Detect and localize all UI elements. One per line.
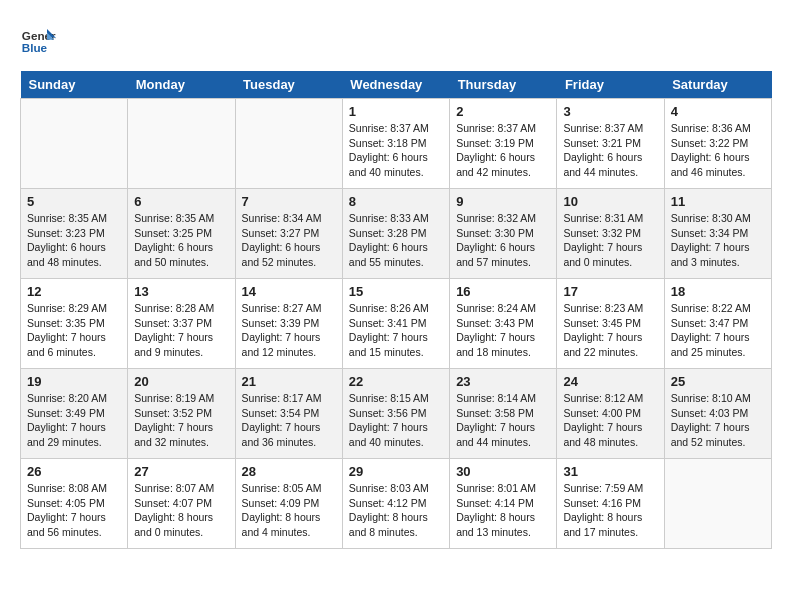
calendar-cell: 25Sunrise: 8:10 AM Sunset: 4:03 PM Dayli… [664,369,771,459]
day-info: Sunrise: 8:30 AM Sunset: 3:34 PM Dayligh… [671,211,765,270]
weekday-header-row: SundayMondayTuesdayWednesdayThursdayFrid… [21,71,772,99]
calendar-cell: 15Sunrise: 8:26 AM Sunset: 3:41 PM Dayli… [342,279,449,369]
day-number: 29 [349,464,443,479]
day-number: 26 [27,464,121,479]
page-header: General Blue [20,20,772,56]
day-number: 14 [242,284,336,299]
day-number: 13 [134,284,228,299]
day-number: 5 [27,194,121,209]
weekday-header-saturday: Saturday [664,71,771,99]
day-number: 8 [349,194,443,209]
weekday-header-wednesday: Wednesday [342,71,449,99]
day-number: 21 [242,374,336,389]
calendar-cell: 9Sunrise: 8:32 AM Sunset: 3:30 PM Daylig… [450,189,557,279]
calendar-cell [128,99,235,189]
calendar-cell: 5Sunrise: 8:35 AM Sunset: 3:23 PM Daylig… [21,189,128,279]
day-info: Sunrise: 8:15 AM Sunset: 3:56 PM Dayligh… [349,391,443,450]
calendar-cell: 20Sunrise: 8:19 AM Sunset: 3:52 PM Dayli… [128,369,235,459]
day-number: 11 [671,194,765,209]
day-info: Sunrise: 8:19 AM Sunset: 3:52 PM Dayligh… [134,391,228,450]
calendar-cell: 24Sunrise: 8:12 AM Sunset: 4:00 PM Dayli… [557,369,664,459]
calendar-cell: 16Sunrise: 8:24 AM Sunset: 3:43 PM Dayli… [450,279,557,369]
calendar-cell: 6Sunrise: 8:35 AM Sunset: 3:25 PM Daylig… [128,189,235,279]
weekday-header-tuesday: Tuesday [235,71,342,99]
calendar-cell: 4Sunrise: 8:36 AM Sunset: 3:22 PM Daylig… [664,99,771,189]
day-info: Sunrise: 8:35 AM Sunset: 3:23 PM Dayligh… [27,211,121,270]
day-number: 7 [242,194,336,209]
day-number: 30 [456,464,550,479]
day-number: 4 [671,104,765,119]
day-info: Sunrise: 8:10 AM Sunset: 4:03 PM Dayligh… [671,391,765,450]
calendar-cell: 30Sunrise: 8:01 AM Sunset: 4:14 PM Dayli… [450,459,557,549]
day-info: Sunrise: 8:37 AM Sunset: 3:21 PM Dayligh… [563,121,657,180]
day-number: 19 [27,374,121,389]
logo: General Blue [20,20,62,56]
day-number: 12 [27,284,121,299]
day-info: Sunrise: 8:08 AM Sunset: 4:05 PM Dayligh… [27,481,121,540]
weekday-header-friday: Friday [557,71,664,99]
day-number: 1 [349,104,443,119]
week-row-1: 1Sunrise: 8:37 AM Sunset: 3:18 PM Daylig… [21,99,772,189]
calendar-cell: 11Sunrise: 8:30 AM Sunset: 3:34 PM Dayli… [664,189,771,279]
calendar-cell: 2Sunrise: 8:37 AM Sunset: 3:19 PM Daylig… [450,99,557,189]
calendar-cell: 23Sunrise: 8:14 AM Sunset: 3:58 PM Dayli… [450,369,557,459]
calendar-cell: 22Sunrise: 8:15 AM Sunset: 3:56 PM Dayli… [342,369,449,459]
calendar-cell: 1Sunrise: 8:37 AM Sunset: 3:18 PM Daylig… [342,99,449,189]
calendar-cell: 31Sunrise: 7:59 AM Sunset: 4:16 PM Dayli… [557,459,664,549]
calendar-cell: 8Sunrise: 8:33 AM Sunset: 3:28 PM Daylig… [342,189,449,279]
day-info: Sunrise: 8:05 AM Sunset: 4:09 PM Dayligh… [242,481,336,540]
day-number: 15 [349,284,443,299]
week-row-4: 19Sunrise: 8:20 AM Sunset: 3:49 PM Dayli… [21,369,772,459]
day-number: 27 [134,464,228,479]
calendar-cell: 19Sunrise: 8:20 AM Sunset: 3:49 PM Dayli… [21,369,128,459]
day-number: 20 [134,374,228,389]
calendar-cell: 17Sunrise: 8:23 AM Sunset: 3:45 PM Dayli… [557,279,664,369]
day-number: 22 [349,374,443,389]
calendar-cell: 28Sunrise: 8:05 AM Sunset: 4:09 PM Dayli… [235,459,342,549]
day-number: 18 [671,284,765,299]
day-info: Sunrise: 8:27 AM Sunset: 3:39 PM Dayligh… [242,301,336,360]
day-number: 25 [671,374,765,389]
day-info: Sunrise: 8:31 AM Sunset: 3:32 PM Dayligh… [563,211,657,270]
week-row-2: 5Sunrise: 8:35 AM Sunset: 3:23 PM Daylig… [21,189,772,279]
weekday-header-monday: Monday [128,71,235,99]
calendar-cell: 29Sunrise: 8:03 AM Sunset: 4:12 PM Dayli… [342,459,449,549]
day-number: 16 [456,284,550,299]
day-info: Sunrise: 8:37 AM Sunset: 3:19 PM Dayligh… [456,121,550,180]
day-info: Sunrise: 8:29 AM Sunset: 3:35 PM Dayligh… [27,301,121,360]
calendar-cell: 13Sunrise: 8:28 AM Sunset: 3:37 PM Dayli… [128,279,235,369]
day-number: 28 [242,464,336,479]
day-info: Sunrise: 8:32 AM Sunset: 3:30 PM Dayligh… [456,211,550,270]
day-info: Sunrise: 8:22 AM Sunset: 3:47 PM Dayligh… [671,301,765,360]
day-number: 9 [456,194,550,209]
day-info: Sunrise: 8:07 AM Sunset: 4:07 PM Dayligh… [134,481,228,540]
calendar-cell: 21Sunrise: 8:17 AM Sunset: 3:54 PM Dayli… [235,369,342,459]
calendar-cell [235,99,342,189]
calendar-cell: 27Sunrise: 8:07 AM Sunset: 4:07 PM Dayli… [128,459,235,549]
day-info: Sunrise: 8:24 AM Sunset: 3:43 PM Dayligh… [456,301,550,360]
calendar-table: SundayMondayTuesdayWednesdayThursdayFrid… [20,71,772,549]
calendar-cell [21,99,128,189]
calendar-cell: 7Sunrise: 8:34 AM Sunset: 3:27 PM Daylig… [235,189,342,279]
calendar-cell: 26Sunrise: 8:08 AM Sunset: 4:05 PM Dayli… [21,459,128,549]
week-row-5: 26Sunrise: 8:08 AM Sunset: 4:05 PM Dayli… [21,459,772,549]
day-info: Sunrise: 8:23 AM Sunset: 3:45 PM Dayligh… [563,301,657,360]
day-number: 24 [563,374,657,389]
weekday-header-thursday: Thursday [450,71,557,99]
logo-icon: General Blue [20,20,56,56]
calendar-cell [664,459,771,549]
calendar-cell: 18Sunrise: 8:22 AM Sunset: 3:47 PM Dayli… [664,279,771,369]
calendar-cell: 12Sunrise: 8:29 AM Sunset: 3:35 PM Dayli… [21,279,128,369]
day-info: Sunrise: 8:28 AM Sunset: 3:37 PM Dayligh… [134,301,228,360]
weekday-header-sunday: Sunday [21,71,128,99]
day-number: 31 [563,464,657,479]
day-info: Sunrise: 8:12 AM Sunset: 4:00 PM Dayligh… [563,391,657,450]
svg-text:Blue: Blue [22,41,48,54]
day-info: Sunrise: 8:20 AM Sunset: 3:49 PM Dayligh… [27,391,121,450]
day-info: Sunrise: 8:17 AM Sunset: 3:54 PM Dayligh… [242,391,336,450]
day-info: Sunrise: 8:01 AM Sunset: 4:14 PM Dayligh… [456,481,550,540]
day-number: 3 [563,104,657,119]
day-info: Sunrise: 8:36 AM Sunset: 3:22 PM Dayligh… [671,121,765,180]
day-number: 2 [456,104,550,119]
calendar-cell: 10Sunrise: 8:31 AM Sunset: 3:32 PM Dayli… [557,189,664,279]
